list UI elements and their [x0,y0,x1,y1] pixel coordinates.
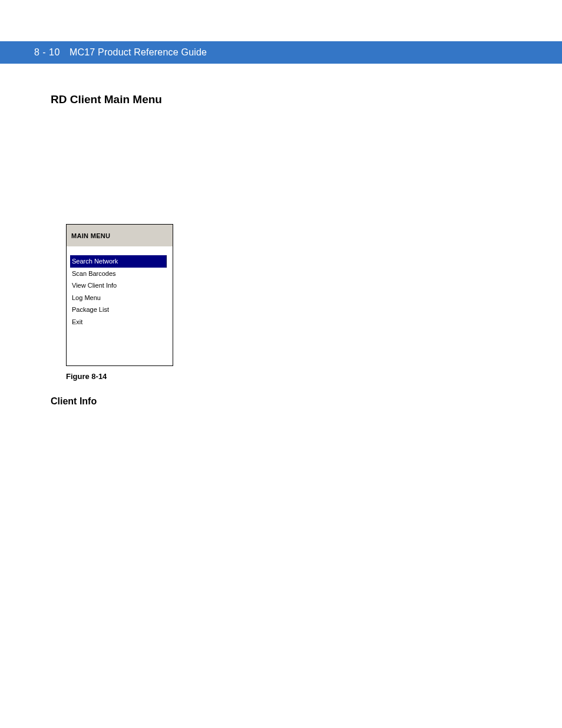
document-title: MC17 Product Reference Guide [70,47,207,58]
menu-item-exit[interactable]: Exit [70,316,169,328]
page-header-band: 8 - 10 MC17 Product Reference Guide [0,41,562,64]
device-title: MAIN MENU [71,232,110,239]
menu-item-search-network[interactable]: Search Network [70,255,167,268]
menu-item-view-client-info[interactable]: View Client Info [70,279,169,292]
figure-caption: Figure 8-14 [66,372,562,381]
menu-item-log-menu[interactable]: Log Menu [70,292,169,304]
menu-item-package-list[interactable]: Package List [70,304,169,316]
subsection-heading: Client Info [51,396,562,407]
device-menu-body: Search Network Scan Barcodes View Client… [67,247,173,365]
section-heading: RD Client Main Menu [51,93,562,106]
page-number: 8 - 10 [34,47,60,58]
page-content: RD Client Main Menu MAIN MENU Search Net… [0,64,562,407]
device-window: MAIN MENU Search Network Scan Barcodes V… [66,224,173,366]
device-titlebar: MAIN MENU [67,225,173,247]
menu-item-scan-barcodes[interactable]: Scan Barcodes [70,268,169,280]
